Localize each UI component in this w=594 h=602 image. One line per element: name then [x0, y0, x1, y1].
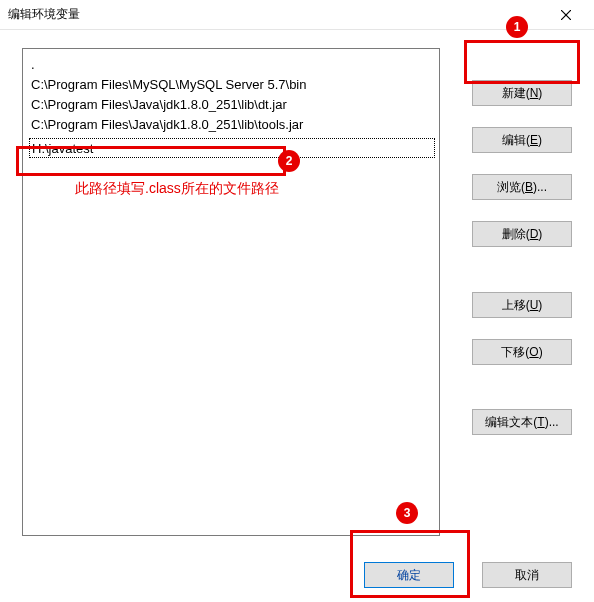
browse-button[interactable]: 浏览(B)... — [472, 174, 572, 200]
move-down-button[interactable]: 下移(O) — [472, 339, 572, 365]
edit-text-button[interactable]: 编辑文本(T)... — [472, 409, 572, 435]
ok-button[interactable]: 确定 — [364, 562, 454, 588]
list-item-editing[interactable] — [29, 138, 435, 158]
close-button[interactable] — [546, 1, 586, 29]
new-button[interactable]: 新建(N) — [472, 80, 572, 106]
delete-button[interactable]: 删除(D) — [472, 221, 572, 247]
path-edit-input[interactable] — [30, 139, 434, 157]
cancel-button[interactable]: 取消 — [482, 562, 572, 588]
list-item[interactable]: C:\Program Files\MySQL\MySQL Server 5.7\… — [29, 75, 435, 95]
move-up-button[interactable]: 上移(U) — [472, 292, 572, 318]
window-title: 编辑环境变量 — [8, 6, 546, 23]
dialog-content: . C:\Program Files\MySQL\MySQL Server 5.… — [0, 30, 594, 602]
titlebar: 编辑环境变量 — [0, 0, 594, 30]
edit-button[interactable]: 编辑(E) — [472, 127, 572, 153]
list-item[interactable]: . — [29, 55, 435, 75]
close-icon — [561, 10, 571, 20]
dialog-window: 编辑环境变量 . C:\Program Files\MySQL\MySQL Se… — [0, 0, 594, 602]
path-listbox[interactable]: . C:\Program Files\MySQL\MySQL Server 5.… — [22, 48, 440, 536]
list-item[interactable]: C:\Program Files\Java\jdk1.8.0_251\lib\d… — [29, 95, 435, 115]
list-item[interactable]: C:\Program Files\Java\jdk1.8.0_251\lib\t… — [29, 115, 435, 135]
